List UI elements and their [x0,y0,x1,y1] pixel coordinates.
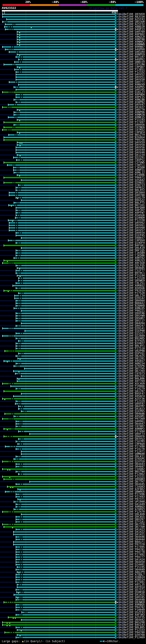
alignment-bar [18,489,115,490]
gap-in-subject-mark [17,258,20,258]
subject-overhang-left [0,371,13,372]
gap-in-subject-mark [12,64,15,65]
arrowhead-icon [115,614,118,616]
gap-in-subject-mark [11,92,13,93]
alignment-bar [16,552,115,552]
subject-overhang-left [0,336,2,336]
alignment-start-tick [21,410,21,412]
arrowhead-icon [115,58,118,61]
gap-in-subject-mark [19,232,22,234]
arrowhead-icon [115,302,118,304]
alignment-start-tick [5,23,5,25]
alignment-bar [16,614,115,616]
gap-in-subject-mark [12,24,15,25]
subject-overhang-left [0,49,5,50]
gap-in-subject-mark [11,398,14,399]
gap-in-subject-mark [11,262,13,264]
alignment-bar [17,31,115,32]
gap-in-subject-mark [18,403,21,404]
arrowhead-icon [115,216,118,219]
alignment-bar [18,280,115,281]
subject-overhang-left [0,441,15,442]
alignment-start-tick [4,176,4,179]
alignment-bar [5,413,115,414]
alignment-bar [18,340,115,342]
arrowhead-icon [115,86,118,88]
subject-overhang-left [0,190,15,190]
alignment-bar [25,330,115,332]
arrowhead-icon [115,412,118,415]
alignment-bar [17,566,115,568]
gap-in-subject-mark [20,160,23,160]
alignment-bar [2,262,115,264]
alignment-start-tick [16,425,16,428]
subject-overhang-left [0,260,3,261]
alignment-start-tick [4,478,4,480]
gap-in-subject-mark [12,491,14,492]
alignment-start-tick [9,229,9,232]
gap-in-subject-mark [14,134,17,136]
subject-overhang-left [0,250,15,251]
alignment-start-tick [16,604,16,606]
gap-in-subject-mark [20,529,23,530]
subject-overhang-left [0,471,15,472]
alignment-start-tick [16,614,16,616]
arrowhead-icon [115,327,118,330]
alignment-bar [17,630,115,630]
alignment-bar [8,240,115,241]
subject-overhang-left [0,567,17,568]
alignment-bar [22,612,115,613]
alignment-start-tick [17,174,17,176]
alignment-start-tick [16,470,16,473]
alignment-bar [16,235,115,236]
alignment-bar [21,619,115,620]
alignment-bar [5,49,115,50]
query-name: AV623322 [2,6,16,10]
alignment-bar [2,624,115,626]
alignment-bar [9,225,115,226]
subject-overhang-left [0,461,2,462]
alignment-bar [16,320,115,322]
gap-in-subject-mark [20,539,23,540]
alignment-bar [16,421,115,422]
alignment-bar [5,24,115,25]
subject-overhang-left [0,160,16,160]
gap-in-subject-mark [14,205,17,206]
arrowhead-icon [115,98,118,101]
arrowhead-icon [115,342,118,345]
gap-in-subject-mark [17,114,19,115]
arrowhead-icon [115,88,118,91]
gap-in-subject-mark [18,305,21,306]
arrowhead-icon [115,91,118,94]
subject-overhang-left [0,542,13,542]
gap-in-subject-mark [20,56,23,58]
arrowhead-icon [115,164,118,166]
arrowhead-icon [115,61,118,63]
gap-in-subject-mark [18,315,21,316]
alignment-bar [17,54,115,55]
alignment-start-tick [16,149,16,151]
gap-in-subject-mark [18,441,20,442]
arrowhead-icon [115,18,118,20]
arrowhead-icon [115,26,118,28]
arrowhead-icon [115,541,118,543]
subject-overhang-left [0,502,13,502]
arrowhead-icon [115,239,118,242]
alignment-start-tick [21,375,21,377]
alignment-bar [8,117,115,118]
alignment-bar [13,544,115,545]
gap-in-subject-mark [20,564,23,565]
alignment-start-tick [16,518,16,520]
gap-in-subject-mark [20,333,23,334]
alignment-start-tick [2,622,3,624]
arrowhead-icon [115,476,118,478]
alignment-start-tick [17,498,18,500]
large-gaps-prefix: Large gaps: [2,640,22,643]
gap-in-subject-mark [21,184,23,186]
alignment-bar [16,288,115,289]
gap-in-subject-mark [20,546,23,548]
alignment-start-tick [2,460,3,462]
alignment-start-tick [4,244,4,246]
alignment-bar [4,122,115,123]
arrowhead-icon [115,310,118,312]
